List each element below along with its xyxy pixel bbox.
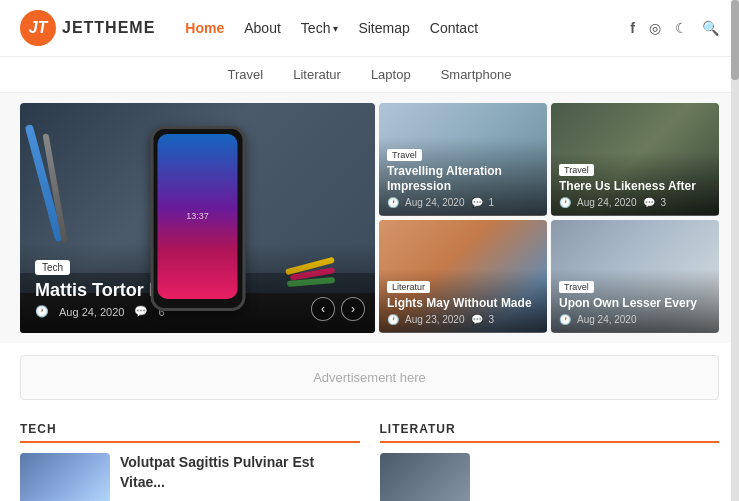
clock-icon: 🕐: [35, 305, 49, 318]
comment-icon-1: 💬: [643, 197, 655, 208]
grid-card-2-meta: 🕐 Aug 23, 2020 💬 3: [387, 314, 539, 325]
section-literatur-card[interactable]: [380, 453, 720, 501]
grid-card-0-date: Aug 24, 2020: [405, 197, 465, 208]
scrollbar-track: [731, 0, 739, 501]
grid-card-1-badge: Travel: [559, 164, 594, 176]
section-literatur: LITERATUR: [380, 422, 720, 501]
header: JT JETTHEME Home About Tech ▾ Sitemap Co…: [0, 0, 739, 57]
comment-icon: 💬: [134, 305, 148, 318]
section-literatur-thumb: [380, 453, 470, 501]
grid-card-2-title: Lights May Without Made: [387, 296, 539, 312]
nav-tech[interactable]: Tech ▾: [301, 20, 339, 36]
content-sections: TECH Volutpat Sagittis Pulvinar Est Vita…: [0, 412, 739, 501]
grid-card-0-title: Travelling Alteration Impression: [387, 164, 539, 195]
grid-card-2-date: Aug 23, 2020: [405, 314, 465, 325]
grid-card-1-title: There Us Likeness After: [559, 179, 711, 195]
grid-card-0-meta: 🕐 Aug 24, 2020 💬 1: [387, 197, 539, 208]
section-tech: TECH Volutpat Sagittis Pulvinar Est Vita…: [20, 422, 360, 501]
grid-card-3-meta: 🕐 Aug 24, 2020: [559, 314, 711, 325]
hero-prev-button[interactable]: ‹: [311, 297, 335, 321]
section-tech-title: TECH: [20, 422, 360, 443]
grid-card-2-overlay: Literatur Lights May Without Made 🕐 Aug …: [379, 269, 547, 333]
hero-next-button[interactable]: ›: [341, 297, 365, 321]
nav-home[interactable]: Home: [185, 20, 224, 36]
tech-dropdown-arrow: ▾: [333, 23, 338, 34]
grid-card-2[interactable]: Literatur Lights May Without Made 🕐 Aug …: [379, 220, 547, 333]
clock-icon-3: 🕐: [559, 314, 571, 325]
clock-icon-2: 🕐: [387, 314, 399, 325]
nav-contact[interactable]: Contact: [430, 20, 478, 36]
comment-icon-0: 💬: [471, 197, 483, 208]
main-nav: Home About Tech ▾ Sitemap Contact: [185, 20, 478, 36]
logo[interactable]: JT JETTHEME: [20, 10, 155, 46]
grid-card-2-badge: Literatur: [387, 281, 430, 293]
grid-card-0-badge: Travel: [387, 149, 422, 161]
section-literatur-title: LITERATUR: [380, 422, 720, 443]
sub-nav-smartphone[interactable]: Smartphone: [441, 67, 512, 82]
sub-nav-travel[interactable]: Travel: [228, 67, 264, 82]
grid-card-0-comments: 1: [489, 197, 495, 208]
hero-main-date: Aug 24, 2020: [59, 306, 124, 318]
logo-icon: JT: [20, 10, 56, 46]
nav-about[interactable]: About: [244, 20, 281, 36]
hero-grid: Travel Travelling Alteration Impression …: [379, 103, 719, 333]
hero-main-badge: Tech: [35, 260, 70, 275]
section-tech-thumb: [20, 453, 110, 501]
logo-name: JETTHEME: [62, 19, 155, 37]
sub-nav-literatur[interactable]: Literatur: [293, 67, 341, 82]
grid-card-3-badge: Travel: [559, 281, 594, 293]
facebook-icon[interactable]: f: [630, 20, 635, 36]
grid-card-1-comments: 3: [661, 197, 667, 208]
grid-card-1-date: Aug 24, 2020: [577, 197, 637, 208]
nav-sitemap[interactable]: Sitemap: [358, 20, 409, 36]
section-tech-card-title: Volutpat Sagittis Pulvinar Est Vitae...: [120, 453, 360, 492]
header-icons: f ◎ ☾ 🔍: [630, 20, 719, 36]
hero-section: 13:37 Tech Mattis Tortor Est: [0, 93, 739, 343]
section-tech-card-text: Volutpat Sagittis Pulvinar Est Vitae...: [120, 453, 360, 492]
clock-icon-1: 🕐: [559, 197, 571, 208]
grid-card-1-overlay: Travel There Us Likeness After 🕐 Aug 24,…: [551, 152, 719, 216]
advertisement-label: Advertisement here: [313, 370, 426, 385]
hero-navigation: ‹ ›: [311, 297, 365, 321]
grid-card-0-overlay: Travel Travelling Alteration Impression …: [379, 137, 547, 216]
grid-card-2-comments: 3: [489, 314, 495, 325]
search-icon[interactable]: 🔍: [702, 20, 719, 36]
advertisement-banner: Advertisement here: [20, 355, 719, 400]
grid-card-3[interactable]: Travel Upon Own Lesser Every 🕐 Aug 24, 2…: [551, 220, 719, 333]
sub-nav-laptop[interactable]: Laptop: [371, 67, 411, 82]
grid-card-3-overlay: Travel Upon Own Lesser Every 🕐 Aug 24, 2…: [551, 269, 719, 333]
grid-card-1[interactable]: Travel There Us Likeness After 🕐 Aug 24,…: [551, 103, 719, 216]
sub-nav: Travel Literatur Laptop Smartphone: [0, 57, 739, 93]
section-tech-card[interactable]: Volutpat Sagittis Pulvinar Est Vitae...: [20, 453, 360, 501]
hero-main-card[interactable]: 13:37 Tech Mattis Tortor Est: [20, 103, 375, 333]
grid-card-3-date: Aug 24, 2020: [577, 314, 637, 325]
scrollbar-thumb[interactable]: [731, 0, 739, 80]
moon-icon[interactable]: ☾: [675, 20, 688, 36]
grid-card-1-meta: 🕐 Aug 24, 2020 💬 3: [559, 197, 711, 208]
comment-icon-2: 💬: [471, 314, 483, 325]
clock-icon-0: 🕐: [387, 197, 399, 208]
grid-card-0[interactable]: Travel Travelling Alteration Impression …: [379, 103, 547, 216]
grid-card-3-title: Upon Own Lesser Every: [559, 296, 711, 312]
instagram-icon[interactable]: ◎: [649, 20, 661, 36]
